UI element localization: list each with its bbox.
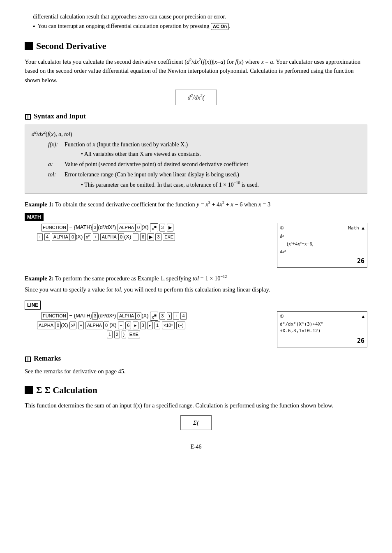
param-tol: tol: Error tolerance range (Can be input… [32, 170, 360, 179]
example2-display: ① ▲ d²/dx²(X^(3)+4X² +X-6,3,1×10-12) 26 [277, 311, 367, 347]
top-note-bullet: • You can interrupt an ongoing different… [33, 22, 367, 32]
syntax-main: d2/dx2(f(x), a, tol) [32, 129, 360, 139]
disp2-result: 26 [280, 336, 364, 346]
second-derivative-title: Second Derivative [25, 39, 367, 53]
second-derivative-formula-box: d2/dx2( [25, 90, 367, 105]
disp-formula: d² ──(x³+4x²+x−6, dx² [280, 233, 364, 255]
param-fx-sub: • All variables other than X are viewed … [32, 150, 360, 158]
example1-keys: FUNCTION − {MATH}3(d²/dX²) ALPHA0(X) x■ … [25, 223, 272, 241]
example2-label: Example 2: To perform the same procedure… [25, 273, 367, 283]
syntax-box: d2/dx2(f(x), a, tol) f(x): Function of x… [25, 125, 367, 193]
syntax-input-title: Syntax and Input [25, 111, 367, 122]
top-note: differential calculation result that app… [25, 12, 367, 32]
sigma-formula: Σ( [180, 415, 212, 430]
example2-keys: FUNCTION − {MATH}3(d²/dX²) ALPHA0(X) x■ … [25, 311, 272, 339]
disp-result: 26 [280, 257, 364, 266]
second-derivative-formula: d2/dx2( [175, 90, 217, 105]
param-a: a: Value of point (second derivative poi… [32, 160, 360, 169]
sigma-calc-title: Σ Σ Calculation [25, 383, 367, 397]
key-function2: FUNCTION [41, 312, 68, 320]
example1-area: FUNCTION − {MATH}3(d²/dX²) ALPHA0(X) x■ … [25, 223, 367, 268]
disp2-formula: d²/dx²(X^(3)+4X² +X-6,3,1×10-12) [280, 321, 364, 335]
top-note-line2: You can interrupt an ongoing differentia… [38, 22, 231, 30]
ac-on-key: AC On [211, 23, 229, 30]
param-fx: f(x): Function of x (Input the function … [32, 140, 360, 149]
example2-note: Since you want to specify a value for to… [25, 285, 367, 294]
black-square-sigma [25, 386, 33, 394]
example1-mode-badge: MATH [25, 211, 367, 223]
example1-display: ① Math ▲ d² ──(x³+4x²+x−6, dx² 26 [277, 223, 367, 268]
example2-mode-badge: LINE [25, 298, 367, 311]
page-number: E-46 [25, 442, 367, 451]
disp-top: ① Math ▲ [280, 225, 364, 232]
bullet-symbol: • [33, 22, 35, 32]
key-function: FUNCTION [41, 224, 68, 231]
remarks-title: Remarks [25, 353, 367, 364]
book-icon [25, 113, 31, 119]
example1-label: Example 1: To obtain the second derivati… [25, 199, 367, 209]
param-tol-sub: • This parameter can be omitted. In that… [32, 180, 360, 189]
black-square-icon [25, 42, 33, 50]
remarks-text: See the remarks for derivative on page 4… [25, 367, 367, 376]
book-icon-remarks [25, 355, 31, 362]
sigma-formula-box: Σ( [25, 415, 367, 430]
top-note-line1: differential calculation result that app… [33, 12, 367, 21]
disp2-top: ① ▲ [280, 313, 364, 320]
sigma-intro: This function determines the sum of an i… [25, 401, 367, 410]
second-derivative-intro: Your calculator lets you calculate the s… [25, 57, 367, 85]
example2-area: FUNCTION − {MATH}3(d²/dX²) ALPHA0(X) x■ … [25, 311, 367, 347]
